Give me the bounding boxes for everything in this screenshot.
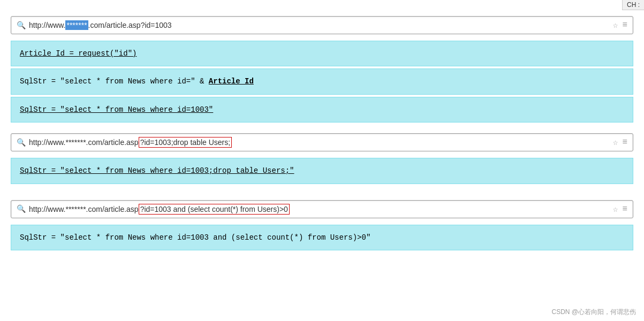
url-text-1: http://www.*******.com/article.asp?id=10… [29, 21, 609, 29]
code-block-3a: SqlStr = "select * from News where id=10… [11, 225, 633, 250]
content-area: 🔍 http://www.*******.com/article.asp?id=… [0, 0, 644, 269]
code-line-3a: SqlStr = "select * from News where id=10… [20, 232, 624, 243]
code-block-1a: Article_Id = request("id") [11, 41, 633, 66]
top-bar: CH : [622, 0, 644, 10]
code-line-2a: SqlStr = "select * from News where id=10… [20, 165, 624, 177]
url-highlighted-1: ******* [65, 20, 88, 30]
code-block-1c: SqlStr = "select * from News where id=10… [11, 97, 633, 123]
url-bar-3[interactable]: 🔍 http://www.*******.com/article.asp?id=… [11, 200, 633, 218]
search-icon-3: 🔍 [17, 204, 26, 213]
search-icon-2: 🔍 [17, 138, 26, 147]
url-text-3: http://www.*******.com/article.asp?id=10… [29, 205, 609, 213]
url-red-2: ?id=1003;drop table Users; [139, 137, 232, 148]
url-actions-3: ☆ ≡ [613, 204, 627, 215]
code-block-1b: SqlStr = "select * from News where id=" … [11, 68, 633, 94]
url-bar-1[interactable]: 🔍 http://www.*******.com/article.asp?id=… [11, 16, 633, 34]
code-line-1a: Article_Id = request("id") [20, 48, 624, 59]
url-bar-2[interactable]: 🔍 http://www.*******.com/article.asp?id=… [11, 133, 633, 151]
search-icon-1: 🔍 [17, 21, 26, 30]
code-line-1b: SqlStr = "select * from News where id=" … [20, 75, 624, 87]
section-2: 🔍 http://www.*******.com/article.asp?id=… [11, 133, 633, 184]
code-block-2a: SqlStr = "select * from News where id=10… [11, 158, 633, 184]
section-1: 🔍 http://www.*******.com/article.asp?id=… [11, 16, 633, 123]
top-bar-label: CH : [627, 1, 640, 9]
section-3: 🔍 http://www.*******.com/article.asp?id=… [11, 200, 633, 250]
star-icon-3[interactable]: ☆ [613, 204, 618, 215]
star-icon-1[interactable]: ☆ [613, 20, 618, 30]
url-actions-2: ☆ ≡ [613, 137, 627, 148]
code-line-1c: SqlStr = "select * from News where id=10… [20, 104, 624, 116]
menu-icon-1[interactable]: ≡ [622, 20, 627, 30]
url-text-2: http://www.*******.com/article.asp?id=10… [29, 138, 609, 147]
star-icon-2[interactable]: ☆ [613, 137, 618, 148]
url-red-3: ?id=1003 and (select count(*) from Users… [139, 204, 290, 215]
menu-icon-2[interactable]: ≡ [622, 137, 627, 147]
menu-icon-3[interactable]: ≡ [622, 204, 627, 214]
url-actions-1: ☆ ≡ [613, 20, 627, 30]
watermark: CSDN @心若向阳，何谓悲伤 [551, 308, 636, 317]
